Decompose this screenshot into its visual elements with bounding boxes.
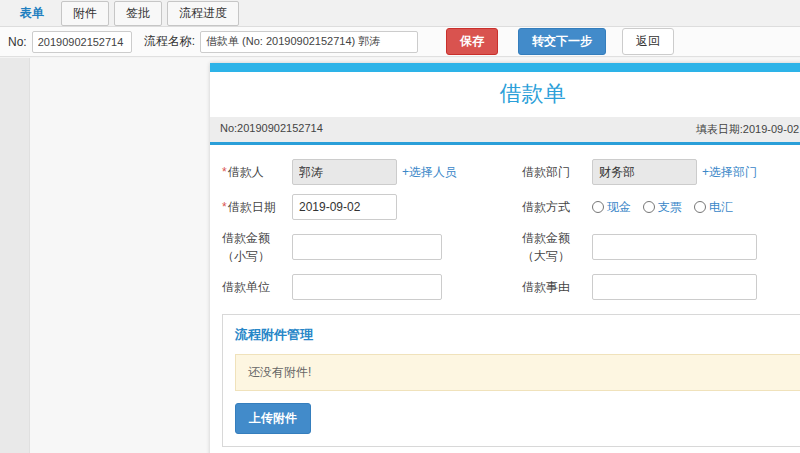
no-input[interactable] (32, 31, 132, 53)
loan-date-input[interactable] (292, 194, 397, 220)
loan-date-field (292, 194, 522, 220)
borrower-field: +选择人员 (292, 159, 522, 185)
dept-input[interactable] (592, 159, 697, 185)
method-options: 现金 支票 电汇 (592, 199, 800, 216)
card-top-accent-bar (210, 63, 800, 72)
amount-lower-label: 借款金额（小写） (222, 229, 292, 265)
loan-date-label-text: 借款日期 (228, 200, 276, 214)
back-button[interactable]: 返回 (622, 28, 674, 55)
attachment-section: 流程附件管理 还没有附件! 上传附件 (222, 314, 800, 447)
amount-upper-label: 借款金额（大写） (522, 229, 592, 265)
loan-form-fields: *借款人 +选择人员 借款部门 +选择部门 *借款日期 借款 (210, 145, 800, 312)
no-attachment-notice: 还没有附件! (235, 354, 800, 391)
tab-progress[interactable]: 流程进度 (167, 1, 239, 26)
tab-attachment[interactable]: 附件 (61, 1, 109, 26)
borrower-label-text: 借款人 (228, 165, 264, 179)
left-gutter (0, 58, 30, 453)
method-label: 借款方式 (522, 198, 592, 216)
toolbar: No: 流程名称: 保存 转交下一步 返回 (0, 27, 800, 57)
page-title: 借款单 (210, 72, 800, 117)
reason-label: 借款事由 (522, 278, 592, 296)
required-asterisk: * (222, 200, 227, 214)
select-person-link[interactable]: +选择人员 (402, 164, 457, 181)
unit-field (292, 274, 522, 300)
attachment-section-title: 流程附件管理 (223, 315, 800, 354)
dept-label: 借款部门 (522, 163, 592, 181)
upload-attachment-button[interactable]: 上传附件 (235, 403, 311, 434)
method-option-cash[interactable]: 现金 (592, 199, 631, 216)
form-fill-date: 填表日期:2019-09-02 15:27:14 (696, 122, 800, 137)
amount-lower-input[interactable] (292, 234, 442, 260)
borrower-label: *借款人 (222, 163, 292, 181)
flow-name-label: 流程名称: (144, 33, 195, 50)
method-option-cheque[interactable]: 支票 (643, 199, 682, 216)
tab-bar: 表单 附件 签批 流程进度 (0, 0, 800, 27)
cheque-radio[interactable] (643, 201, 655, 213)
required-asterisk: * (222, 165, 227, 179)
form-number: No:20190902152714 (220, 122, 323, 137)
select-dept-link[interactable]: +选择部门 (702, 164, 757, 181)
amount-upper-field (592, 234, 800, 260)
save-button[interactable]: 保存 (446, 28, 498, 55)
app-window: 表单 附件 签批 流程进度 No: 流程名称: 保存 转交下一步 返回 借款单 … (0, 0, 800, 453)
tab-form[interactable]: 表单 (8, 1, 56, 26)
flow-name-input[interactable] (200, 31, 418, 53)
cash-label: 现金 (607, 199, 631, 216)
wire-label: 电汇 (709, 199, 733, 216)
no-label: No: (8, 35, 27, 49)
amount-lower-field (292, 234, 522, 260)
unit-input[interactable] (292, 274, 442, 300)
wire-radio[interactable] (694, 201, 706, 213)
reason-input[interactable] (592, 274, 757, 300)
loan-form-card: 借款单 No:20190902152714 填表日期:2019-09-02 15… (210, 63, 800, 453)
cash-radio[interactable] (592, 201, 604, 213)
amount-upper-input[interactable] (592, 234, 757, 260)
method-option-wire[interactable]: 电汇 (694, 199, 733, 216)
unit-label: 借款单位 (222, 278, 292, 296)
form-meta-bar: No:20190902152714 填表日期:2019-09-02 15:27:… (210, 117, 800, 142)
cheque-label: 支票 (658, 199, 682, 216)
dept-field: +选择部门 (592, 159, 800, 185)
tab-approval[interactable]: 签批 (114, 1, 162, 26)
borrower-input[interactable] (292, 159, 397, 185)
reason-field (592, 274, 800, 300)
loan-date-label: *借款日期 (222, 198, 292, 216)
content-area: 借款单 No:20190902152714 填表日期:2019-09-02 15… (0, 58, 800, 453)
forward-next-step-button[interactable]: 转交下一步 (518, 28, 606, 55)
